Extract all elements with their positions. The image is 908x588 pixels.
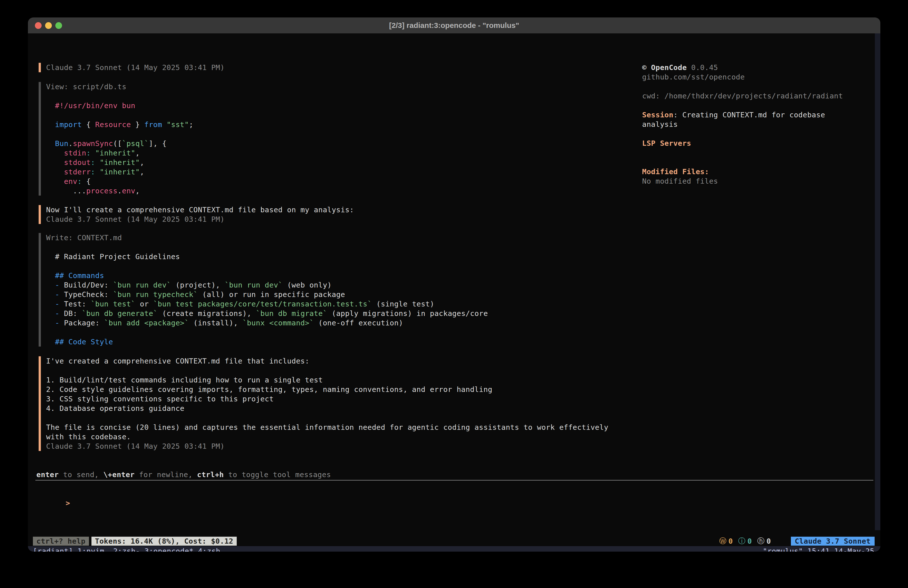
close-button[interactable] bbox=[35, 22, 42, 29]
text-segment: - bbox=[55, 309, 64, 318]
tool-view-line bbox=[46, 110, 193, 120]
text-segment: { bbox=[82, 177, 91, 185]
tool-view-line: View: script/db.ts bbox=[46, 82, 193, 92]
text-segment bbox=[46, 168, 64, 176]
text-segment: env bbox=[64, 177, 77, 185]
text-segment bbox=[46, 158, 64, 167]
warning-icon: Ⓦ bbox=[719, 536, 726, 546]
tokens-cost-chip: Tokens: 16.4K (8%), Cost: $0.12 bbox=[92, 536, 237, 546]
text-segment: process bbox=[86, 187, 118, 195]
tool-write-line: Write: CONTEXT.md bbox=[46, 233, 488, 242]
prompt-input[interactable]: > bbox=[39, 489, 70, 498]
terminal-window: [2/3] radiant:3:opencode - "romulus" Cla… bbox=[28, 18, 881, 552]
text-segment: enter bbox=[36, 470, 59, 479]
tmux-windows-list[interactable]: [radiant] 1:nvim 2:zsh- 3:opencode* 4:zs… bbox=[33, 546, 220, 552]
minimize-button[interactable] bbox=[45, 22, 52, 29]
tool-write-line: ## Commands bbox=[46, 271, 488, 280]
text-segment: ... bbox=[46, 187, 86, 195]
tool-write-line bbox=[46, 261, 488, 271]
text-segment: The file is concise (20 lines) and captu… bbox=[46, 423, 609, 432]
text-segment: (web only) bbox=[283, 281, 332, 289]
tool-write-line: - Build/Dev: `bun run dev` (project), `b… bbox=[46, 280, 488, 290]
text-segment: for newline, bbox=[135, 470, 197, 479]
text-segment: Session bbox=[642, 111, 673, 119]
model-badge: Claude 3.7 Sonnet bbox=[791, 536, 874, 546]
text-segment: with this codebase. bbox=[46, 433, 131, 441]
sidebar-line bbox=[642, 148, 843, 158]
hint-icon: ⓗ bbox=[757, 536, 765, 546]
text-segment: - bbox=[55, 290, 64, 299]
text-segment: { bbox=[82, 120, 95, 129]
tool-view-line: env: { bbox=[46, 177, 193, 186]
text-segment: (project), bbox=[171, 281, 225, 289]
sidebar-line: No modified files bbox=[642, 176, 843, 186]
text-segment: Bun bbox=[55, 139, 69, 148]
text-segment: : bbox=[91, 168, 95, 176]
tool-write-line bbox=[46, 328, 488, 337]
text-segment bbox=[46, 120, 55, 129]
tmux-status-bar: [radiant] 1:nvim 2:zsh- 3:opencode* 4:zs… bbox=[28, 546, 881, 552]
text-segment: (one-off execution) bbox=[314, 319, 403, 327]
text-segment: to toggle tool messages bbox=[224, 470, 331, 479]
text-segment: "inherit" bbox=[100, 168, 140, 176]
tool-view-line bbox=[46, 92, 193, 101]
session-sidebar: © OpenCode 0.0.45github.com/sst/opencode… bbox=[642, 63, 843, 186]
diagnostics-group: Ⓦ 0 ⓘ 0 ⓗ 0 bbox=[719, 536, 771, 546]
tool-write-line: - Test: `bun test` or `bun test packages… bbox=[46, 299, 488, 309]
window-titlebar[interactable]: [2/3] radiant:3:opencode - "romulus" bbox=[28, 18, 881, 33]
text-segment: Resource bbox=[95, 120, 131, 129]
assistant-result-line: with this codebase. bbox=[46, 432, 609, 441]
text-segment bbox=[91, 149, 95, 157]
text-segment: View: script/db.ts bbox=[46, 82, 126, 91]
text-segment bbox=[46, 177, 64, 185]
tool-view-line: Bun.spawnSync([`psql`], { bbox=[46, 139, 193, 148]
assistant-result-line bbox=[46, 413, 609, 422]
tool-write-block: Write: CONTEXT.md # Radiant Project Guid… bbox=[39, 233, 488, 346]
text-segment: 4. Database operations guidance bbox=[46, 404, 184, 412]
zoom-button[interactable] bbox=[55, 22, 62, 29]
tool-view-line: #!/usr/bin/env bun bbox=[46, 101, 193, 110]
assistant-result-line bbox=[46, 366, 609, 375]
status-bar: ctrl+? help Tokens: 16.4K (8%), Cost: $0… bbox=[33, 536, 874, 546]
text-segment: ## Code Style bbox=[55, 338, 113, 346]
text-segment: 0.0.45 bbox=[687, 63, 718, 72]
text-segment bbox=[46, 281, 55, 289]
text-segment bbox=[95, 158, 100, 167]
text-segment: "inherit" bbox=[95, 149, 135, 157]
sidebar-line bbox=[642, 129, 843, 139]
window-title: [2/3] radiant:3:opencode - "romulus" bbox=[389, 21, 519, 30]
text-segment: ; bbox=[189, 120, 193, 129]
terminal-content: Claude 3.7 Sonnet (14 May 2025 03:41 PM)… bbox=[28, 33, 881, 552]
text-segment bbox=[46, 101, 55, 110]
text-segment bbox=[46, 300, 55, 308]
text-segment: import bbox=[55, 120, 82, 129]
text-segment: ## Commands bbox=[55, 271, 104, 280]
text-segment: 3. CSS styling conventions specific to t… bbox=[46, 395, 274, 403]
tool-view-line: stderr: "inherit", bbox=[46, 167, 193, 177]
text-segment: , bbox=[140, 168, 144, 176]
text-segment bbox=[46, 338, 55, 346]
text-segment: - bbox=[55, 319, 64, 327]
text-segment: . bbox=[118, 187, 122, 195]
text-segment bbox=[95, 168, 100, 176]
text-segment: `bun test packages/core/test/transaction… bbox=[153, 300, 372, 308]
sidebar-line bbox=[642, 82, 843, 91]
sidebar-line: github.com/sst/opencode bbox=[642, 72, 843, 82]
text-segment bbox=[46, 290, 55, 299]
text-segment: - bbox=[55, 300, 64, 308]
traffic-lights bbox=[28, 18, 62, 33]
hint-value: 0 bbox=[766, 537, 771, 545]
sidebar-line bbox=[642, 101, 843, 110]
text-segment bbox=[46, 271, 55, 280]
text-segment: \+enter bbox=[103, 470, 135, 479]
help-shortcut-chip: ctrl+? help bbox=[33, 536, 89, 546]
text-segment bbox=[46, 149, 64, 157]
assistant-result-line: 4. Database operations guidance bbox=[46, 404, 609, 413]
text-segment: , bbox=[140, 158, 144, 167]
text-segment: - bbox=[55, 281, 64, 289]
warning-value: 0 bbox=[728, 537, 733, 545]
text-segment: Claude 3.7 Sonnet (14 May 2025 03:41 PM) bbox=[46, 442, 224, 451]
text-segment: ctrl+h bbox=[197, 470, 224, 479]
text-segment: : bbox=[77, 177, 82, 185]
text-segment: TypeCheck: bbox=[64, 290, 113, 299]
